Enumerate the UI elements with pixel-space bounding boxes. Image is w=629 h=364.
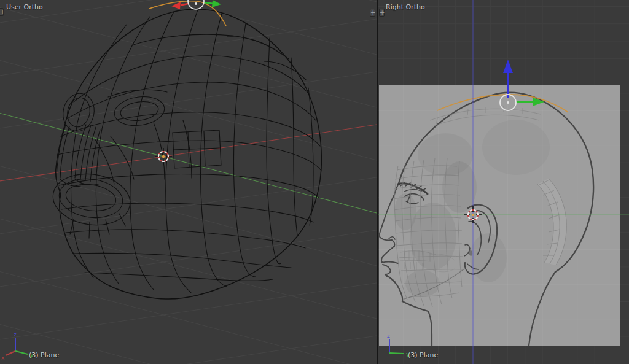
head-wireframe-mesh[interactable]: [50, 9, 321, 299]
cursor-3d: [155, 148, 172, 165]
gizmo-x-axis-icon: [6, 351, 15, 355]
manipulator-center-dot: [507, 101, 509, 104]
tool-shelf-expand-tab[interactable]: +: [379, 9, 385, 17]
viewport-right-ortho[interactable]: z y Right Ortho (3) Plane +: [378, 0, 629, 364]
gizmo-z-label: z: [14, 331, 17, 338]
gizmo-y-axis-icon: [15, 351, 28, 354]
far-eye-socket: [112, 94, 166, 129]
mini-axis-gizmo: z y x: [1, 331, 34, 361]
gizmo-x-label: x: [1, 355, 5, 361]
manipulator-z-arrowhead-icon[interactable]: [503, 60, 513, 73]
region-expand-tab[interactable]: +: [0, 8, 4, 16]
gizmo-y-axis-icon: [389, 353, 404, 354]
gizmo-y-label: y: [406, 351, 410, 357]
gizmo-y-label: y: [30, 352, 34, 358]
viewport-user-ortho[interactable]: z y x User Ortho (3) Plane + +: [0, 0, 377, 364]
manipulator-center-dot: [195, 2, 197, 5]
blender-3d-view-split: z y x User Ortho (3) Plane + +: [0, 0, 629, 364]
manipulator-x-arrow[interactable]: [181, 4, 188, 6]
gizmo-z-label: z: [387, 333, 390, 339]
reference-image: [379, 85, 620, 346]
selection-median-dot: [472, 214, 474, 216]
right-ortho-scene: z y: [378, 0, 629, 364]
user-ortho-scene: z y x: [0, 0, 377, 364]
properties-panel-expand-tab[interactable]: +: [370, 9, 375, 17]
selection-median-dot: [162, 155, 165, 158]
manipulator-y-arrowhead-icon[interactable]: [212, 0, 221, 7]
